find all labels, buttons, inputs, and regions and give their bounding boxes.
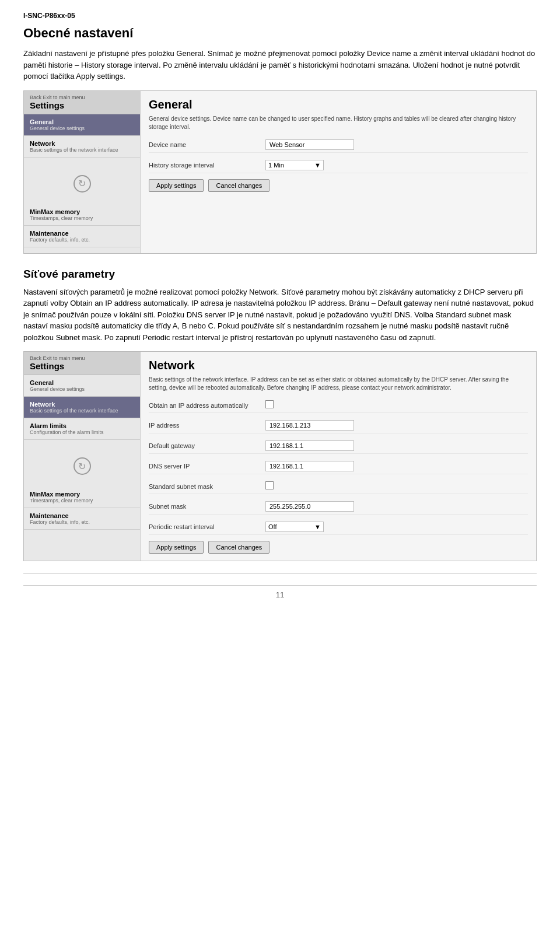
sidebar2-item-alarm-sub: Configuration of the alarm limits bbox=[30, 429, 134, 435]
screenshot1-label-history: History storage interval bbox=[149, 162, 265, 169]
screenshot2-select-restart-arrow: ▼ bbox=[314, 523, 321, 530]
sidebar1-item-general-title: General bbox=[30, 118, 134, 125]
sidebar1-item-maintenance[interactable]: Maintenance Factory defaults, info, etc. bbox=[24, 226, 140, 247]
screenshot2-label-mask: Subnet mask bbox=[149, 503, 265, 510]
screenshot2-value-mask bbox=[265, 501, 528, 512]
screenshot1-label-devicename: Device name bbox=[149, 141, 265, 148]
sidebar1-item-general-sub: General device settings bbox=[30, 125, 134, 131]
screenshot2-value-gw bbox=[265, 440, 528, 451]
screenshot1-value-devicename bbox=[265, 139, 528, 150]
screenshot1-main-title: General bbox=[149, 98, 528, 111]
screenshot2-value-dns bbox=[265, 461, 528, 471]
screenshot2-checkbox-obtain[interactable] bbox=[265, 400, 274, 408]
screenshot2-row-restart: Periodic restart interval Off ▼ bbox=[149, 519, 528, 535]
screenshot2-input-gw[interactable] bbox=[265, 440, 354, 451]
screenshot2-input-ip[interactable] bbox=[265, 420, 354, 431]
screenshot2-btn-row: Apply settings Cancel changes bbox=[149, 541, 528, 554]
sidebar2-item-minmax-sub: Timestamps, clear memory bbox=[30, 498, 134, 503]
sidebar1-item-general[interactable]: General General device settings bbox=[24, 114, 140, 136]
screenshot2-back-label[interactable]: Back Exit to main menu bbox=[30, 355, 134, 361]
screenshot2-value-obtain bbox=[265, 400, 528, 410]
sidebar2-item-network-sub: Basic settings of the network interface bbox=[30, 408, 134, 414]
screenshot1-sidebar-header: Back Exit to main menu Settings bbox=[24, 91, 140, 114]
screenshot2-row-stdmask: Standard subnet mask bbox=[149, 479, 528, 494]
screenshot1-select-history-val: 1 Min bbox=[268, 162, 284, 169]
sidebar1-item-network[interactable]: Network Basic settings of the network in… bbox=[24, 136, 140, 158]
screenshot2-input-mask[interactable] bbox=[265, 501, 354, 512]
sidebar1-item-minmax-title: MinMax memory bbox=[30, 208, 134, 215]
screenshot2-main: Network Basic settings of the network in… bbox=[141, 352, 536, 561]
sidebar1-item-network-sub: Basic settings of the network interface bbox=[30, 147, 134, 153]
screenshot1-select-history[interactable]: 1 Min ▼ bbox=[265, 160, 324, 170]
sidebar1-item-maintenance-sub: Factory defaults, info, etc. bbox=[30, 237, 134, 243]
section2-heading: Síťové parametry bbox=[23, 268, 537, 281]
screenshot2-value-restart: Off ▼ bbox=[265, 522, 528, 532]
screenshot1-row-history: History storage interval 1 Min ▼ bbox=[149, 158, 528, 173]
sidebar2-item-general[interactable]: General General device settings bbox=[24, 375, 140, 397]
screenshot2-label-restart: Periodic restart interval bbox=[149, 523, 265, 530]
screenshot2-row-mask: Subnet mask bbox=[149, 499, 528, 515]
screenshot2-input-dns[interactable] bbox=[265, 461, 354, 471]
page-footer: 11 bbox=[23, 585, 537, 599]
screenshot1-sidebar: Back Exit to main menu Settings General … bbox=[24, 91, 141, 253]
screenshot2-label-ip: IP address bbox=[149, 422, 265, 429]
sidebar2-arrow-area: ↻ bbox=[24, 440, 140, 487]
sidebar2-item-maintenance-title: Maintenance bbox=[30, 512, 134, 519]
sidebar2-item-maintenance[interactable]: Maintenance Factory defaults, info, etc. bbox=[24, 508, 140, 530]
screenshot2-select-restart-val: Off bbox=[268, 523, 276, 530]
screenshot1-row-devicename: Device name bbox=[149, 137, 528, 153]
sidebar2-item-minmax[interactable]: MinMax memory Timestamps, clear memory bbox=[24, 487, 140, 508]
screenshot2-row-dns: DNS server IP bbox=[149, 459, 528, 474]
section1-para1: Základní nastavení je přístupné přes pol… bbox=[23, 48, 537, 82]
screenshot2-row-gw: Default gateway bbox=[149, 438, 528, 454]
page-id: I-SNC-P86xx-05 bbox=[23, 12, 537, 20]
screenshot1-main-desc: General device settings. Device name can… bbox=[149, 115, 528, 131]
sidebar2-item-network[interactable]: Network Basic settings of the network in… bbox=[24, 397, 140, 418]
screenshot1-back-label[interactable]: Back Exit to main menu bbox=[30, 95, 134, 100]
screenshot2-main-desc: Basic settings of the network interface.… bbox=[149, 376, 528, 392]
screenshot2-label-dns: DNS server IP bbox=[149, 463, 265, 470]
sidebar1-item-maintenance-title: Maintenance bbox=[30, 230, 134, 237]
screenshot2-label-gw: Default gateway bbox=[149, 442, 265, 449]
screenshot2-main-title: Network bbox=[149, 359, 528, 372]
screenshot2-box: Back Exit to main menu Settings General … bbox=[23, 351, 537, 561]
sidebar2-item-alarm-title: Alarm limits bbox=[30, 422, 134, 429]
screenshot1-value-history: 1 Min ▼ bbox=[265, 160, 528, 170]
sidebar2-item-general-title: General bbox=[30, 379, 134, 386]
sidebar2-item-alarm[interactable]: Alarm limits Configuration of the alarm … bbox=[24, 418, 140, 440]
screenshot2-value-stdmask bbox=[265, 481, 528, 491]
bottom-divider bbox=[23, 573, 537, 573]
screenshot1-cancel-btn[interactable]: Cancel changes bbox=[208, 179, 270, 192]
sidebar2-item-maintenance-sub: Factory defaults, info, etc. bbox=[30, 519, 134, 525]
screenshot1-box: Back Exit to main menu Settings General … bbox=[23, 90, 537, 254]
screenshot2-cancel-btn[interactable]: Cancel changes bbox=[208, 541, 270, 554]
screenshot2-select-restart[interactable]: Off ▼ bbox=[265, 522, 324, 532]
sidebar1-item-network-title: Network bbox=[30, 140, 134, 147]
screenshot1-select-history-arrow: ▼ bbox=[314, 162, 321, 169]
screenshot2-label-stdmask: Standard subnet mask bbox=[149, 483, 265, 490]
section1-heading: Obecné nastavení bbox=[23, 26, 537, 41]
screenshot2-label-obtain: Obtain an IP address automatically bbox=[149, 402, 265, 409]
sidebar1-arrow-area: ↻ bbox=[24, 158, 140, 204]
sidebar1-scroll-icon: ↻ bbox=[74, 175, 91, 193]
screenshot1-apply-btn[interactable]: Apply settings bbox=[149, 179, 204, 192]
screenshot2-value-ip bbox=[265, 420, 528, 431]
sidebar1-item-minmax[interactable]: MinMax memory Timestamps, clear memory bbox=[24, 204, 140, 226]
sidebar2-item-minmax-title: MinMax memory bbox=[30, 491, 134, 498]
screenshot2-apply-btn[interactable]: Apply settings bbox=[149, 541, 204, 554]
screenshot2-checkbox-stdmask[interactable] bbox=[265, 481, 274, 489]
screenshot2-sidebar-header: Back Exit to main menu Settings bbox=[24, 352, 140, 375]
screenshot2-sidebar: Back Exit to main menu Settings General … bbox=[24, 352, 141, 561]
screenshot2-sidebar-title: Settings bbox=[30, 361, 64, 371]
sidebar2-item-network-title: Network bbox=[30, 401, 134, 408]
sidebar1-item-minmax-sub: Timestamps, clear memory bbox=[30, 215, 134, 221]
section2-para1: Nastavení síťových parametrů je možné re… bbox=[23, 286, 537, 344]
screenshot1-input-devicename[interactable] bbox=[265, 139, 354, 150]
screenshot1-main: General General device settings. Device … bbox=[141, 91, 536, 253]
screenshot2-row-obtain: Obtain an IP address automatically bbox=[149, 398, 528, 413]
screenshot1-sidebar-title: Settings bbox=[30, 100, 64, 110]
screenshot1-btn-row: Apply settings Cancel changes bbox=[149, 179, 528, 192]
sidebar2-scroll-icon: ↻ bbox=[74, 457, 91, 475]
sidebar2-item-general-sub: General device settings bbox=[30, 386, 134, 392]
screenshot2-row-ip: IP address bbox=[149, 418, 528, 433]
